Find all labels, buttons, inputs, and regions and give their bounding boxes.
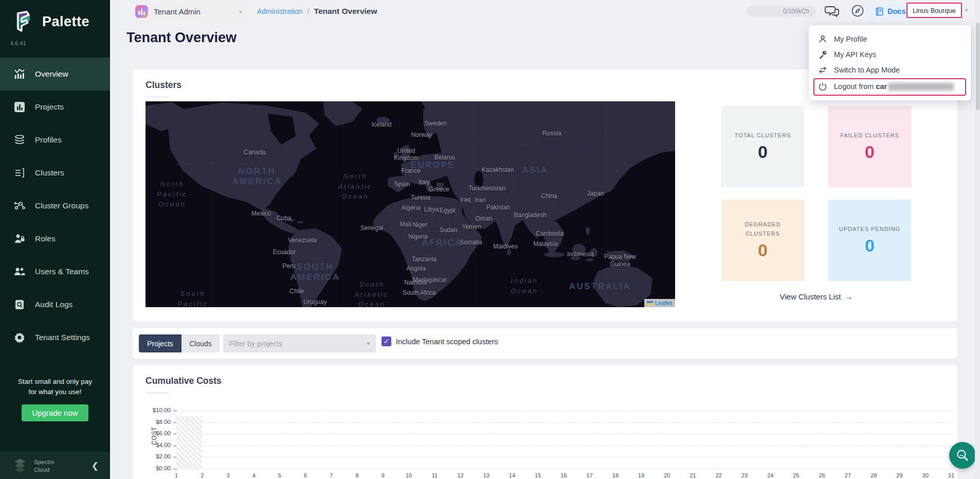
x-tick-label: 17 <box>584 472 596 478</box>
sidebar-item-label: Audit Logs <box>35 300 72 309</box>
sidebar-item-roles[interactable]: Roles <box>0 222 110 255</box>
compass-help-icon[interactable] <box>851 4 864 17</box>
sidebar-item-audit-logs[interactable]: Audit Logs <box>0 288 110 321</box>
x-tick-label: 13 <box>480 472 493 478</box>
view-clusters-list-link[interactable]: View Clusters List→ <box>721 292 911 301</box>
spectro-cloud-logo-icon <box>11 458 29 474</box>
projects-icon <box>13 101 26 113</box>
y-tick-label: $8.00 <box>139 419 171 425</box>
sidebar-item-label: Users & Teams <box>35 267 89 276</box>
sidebar-item-tenant-settings[interactable]: Tenant Settings <box>0 321 110 354</box>
x-tick-label: 10 <box>403 472 415 478</box>
breadcrumb-administration[interactable]: Administration <box>257 7 303 15</box>
cluster-stats: TOTAL CLUSTERS0FAILED CLUSTERS0DEGRADED … <box>721 106 911 350</box>
user-dropdown-menu: My ProfileMy API KeysSwitch to App Mode … <box>809 25 971 100</box>
x-tick-label: 8 <box>351 472 364 478</box>
menu-item-my-profile[interactable]: My Profile <box>818 31 867 47</box>
tab-clouds[interactable]: Clouds <box>182 334 220 352</box>
stat-label: DEGRADED CLUSTERS <box>732 220 794 238</box>
x-tick-label: 26 <box>816 472 828 478</box>
stat-label: TOTAL CLUSTERS <box>735 131 791 140</box>
checkbox-label: Include Tenant scoped clusters <box>396 338 498 346</box>
x-tick-label: 9 <box>377 472 389 478</box>
y-tick-mark <box>173 469 177 469</box>
scrollbar-thumb[interactable] <box>976 23 979 110</box>
sidebar: Palette 4.6.41 OverviewProjectsProfilesC… <box>0 0 110 479</box>
arrow-right-icon: → <box>845 292 852 301</box>
key-icon <box>818 50 827 59</box>
divider <box>146 97 169 97</box>
users-teams-icon <box>13 265 26 278</box>
user-chevron-down-icon[interactable]: ▾ <box>965 7 968 13</box>
stat-card-updates-pending: UPDATES PENDING0 <box>828 200 911 281</box>
sidebar-item-clusters[interactable]: Clusters <box>0 156 110 189</box>
menu-item-my-api-keys[interactable]: My API Keys <box>818 47 876 62</box>
chat-bubbles-icon[interactable] <box>824 4 840 19</box>
sidebar-item-projects[interactable]: Projects <box>0 91 110 123</box>
user-menu-button[interactable]: Linus Bourque <box>906 3 962 18</box>
promo-line-1: Start small and only pay <box>0 377 110 387</box>
upgrade-now-button[interactable]: Upgrade now <box>22 404 88 421</box>
book-icon <box>875 7 884 16</box>
checkbox-checked-icon[interactable]: ✓ <box>382 336 391 346</box>
audit-logs-icon <box>13 298 26 311</box>
sidebar-item-label: Tenant Settings <box>35 333 90 342</box>
x-tick-label: 31 <box>945 472 957 478</box>
user-name: Linus Bourque <box>913 7 956 14</box>
breadcrumb: Administration / Tenant Overview <box>257 0 377 23</box>
sidebar-item-profiles[interactable]: Profiles <box>0 123 110 156</box>
world-map[interactable]: IcelandSwedenNorwayRussiaCanadaUnited Ki… <box>146 101 675 307</box>
sidebar-item-overview[interactable]: Overview <box>0 58 110 91</box>
sidebar-item-label: Overview <box>35 69 68 79</box>
x-tick-label: 12 <box>455 472 467 478</box>
cluster-groups-icon <box>13 200 26 212</box>
menu-item-switch-to-app-mode[interactable]: Switch to App Mode <box>818 62 900 78</box>
sidebar-collapse-chevron[interactable]: ❮ <box>92 460 99 471</box>
tab-projects[interactable]: Projects <box>139 334 182 352</box>
settings-gear-icon <box>13 331 26 344</box>
sidebar-item-cluster-groups[interactable]: Cluster Groups <box>0 189 110 222</box>
menu-item-label: Switch to App Mode <box>834 66 900 74</box>
gridline <box>179 446 952 446</box>
scope-selector[interactable]: Tenant Admin ▾ <box>130 3 247 21</box>
sidebar-item-label: Cluster Groups <box>35 201 88 210</box>
x-tick-label: 20 <box>661 472 673 478</box>
x-tick-label: 29 <box>893 472 905 478</box>
sidebar-item-users-teams[interactable]: Users & Teams <box>0 255 110 288</box>
clusters-icon <box>13 167 26 179</box>
x-tick-label: 30 <box>919 472 932 478</box>
tenant-scoped-checkbox-row[interactable]: ✓ Include Tenant scoped clusters <box>382 336 498 346</box>
y-tick-label: $0.00 <box>139 465 171 471</box>
sidebar-item-label: Profiles <box>35 135 62 145</box>
world-map-land <box>146 101 675 307</box>
x-tick-label: 18 <box>609 472 622 478</box>
leaflet-attribution[interactable]: Leaflet <box>644 299 675 307</box>
stat-value: 0 <box>758 240 768 260</box>
chevron-down-icon: ▾ <box>239 8 242 15</box>
x-tick-label: 11 <box>428 472 441 478</box>
help-search-fab[interactable] <box>949 442 976 469</box>
filter-by-projects-select[interactable]: Filter by projects ▾ <box>223 334 376 352</box>
stat-label: UPDATES PENDING <box>839 225 900 234</box>
menu-item-label: My API Keys <box>834 50 876 59</box>
clusters-card: Clusters <box>133 69 957 321</box>
gridline <box>179 469 952 469</box>
clusters-card-title: Clusters <box>146 80 182 91</box>
promo-line-2: for what you use! <box>0 387 110 397</box>
y-tick-label: $2.00 <box>139 453 171 459</box>
stat-card-degraded-clusters: DEGRADED CLUSTERS0 <box>721 200 804 281</box>
tenant-admin-icon <box>135 5 148 18</box>
docs-button[interactable]: Docs <box>869 4 912 19</box>
x-tick-label: 23 <box>738 472 751 478</box>
sidebar-nav: OverviewProjectsProfilesClustersCluster … <box>0 58 110 354</box>
top-bar: Tenant Admin ▾ Administration / Tenant O… <box>110 0 980 23</box>
x-tick-label: 4 <box>248 472 260 478</box>
breadcrumb-current: Tenant Overview <box>314 7 377 16</box>
sidebar-item-label: Roles <box>35 234 56 243</box>
page-title: Tenant Overview <box>126 30 237 46</box>
gridline <box>179 457 952 457</box>
stat-label: FAILED CLUSTERS <box>840 131 899 140</box>
overview-chart-icon <box>13 68 26 80</box>
x-tick-label: 22 <box>713 472 725 478</box>
x-tick-label: 28 <box>867 472 880 478</box>
